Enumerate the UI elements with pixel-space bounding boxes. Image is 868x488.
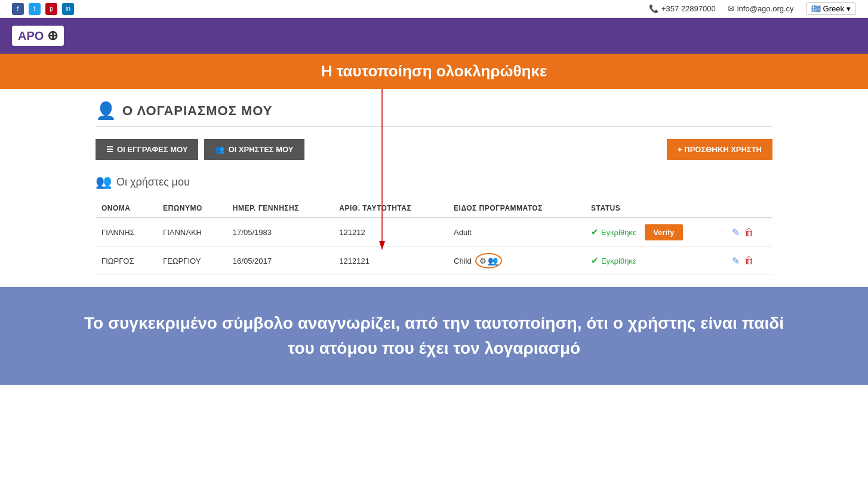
cell-surname: ΓΕΩΡΓΙΟΥ [157,247,227,275]
cell-program: Child ⚙ 👥 [448,247,585,275]
list-icon: ☰ [106,145,113,154]
cell-dob: 16/05/2017 [227,247,334,275]
col-dob: ΗΜΕΡ. ΓΕΝΝΗΣΗΣ [227,199,334,218]
logo-icon: ⊕ [47,28,58,44]
main-content: 👤 Ο ΛΟΓΑΡΙΑΣΜΟΣ ΜΟΥ ☰ ΟΙ ΕΓΓΡΑΦΕΣ ΜΟΥ 👥 … [0,89,868,287]
chevron-down-icon: ▾ [847,4,851,13]
notification-text: Η ταυτοποίηση ολοκληρώθηκε [321,62,547,80]
users-icon: 👥 [215,145,224,154]
cell-actions: ✎ 🗑 [726,247,772,275]
page-title-area: 👤 Ο ΛΟΓΑΡΙΑΣΜΟΣ ΜΟΥ [96,101,772,121]
my-entries-button[interactable]: ☰ ΟΙ ΕΓΓΡΑΦΕΣ ΜΟΥ [96,139,198,160]
child-cell: Child ⚙ 👥 [454,253,579,268]
logo-text: APO [18,29,44,43]
cell-id: 121212 [333,218,448,247]
section-title: 👥 Οι χρήστες μου [96,174,772,190]
email-address: info@ago.org.cy [737,4,794,13]
table-row: ΓΙΑΝΝΗΣ ΓΙΑΝΝΑΚΗ 17/05/1983 121212 Adult… [96,218,772,247]
edit-icon[interactable]: ✎ [732,227,740,238]
action-icons: ✎ 🗑 [732,255,767,267]
col-actions [726,199,772,218]
phone-number: +357 22897000 [661,4,716,13]
cell-surname: ΓΙΑΝΝΑΚΗ [157,218,227,247]
delete-icon[interactable]: 🗑 [744,227,754,238]
footer-space [0,385,868,438]
col-id: ΑΡΙΘ. ΤΑΥΤΟΤΗΤΑΣ [333,199,448,218]
linkedin-icon[interactable]: in [62,3,74,15]
col-status: STATUS [585,199,726,218]
child-label: Child [454,257,472,265]
users-section-icon: 👥 [96,174,112,190]
status-text: Εγκρίθηκε [601,257,636,265]
phone-icon: 📞 [649,4,658,13]
status-badge: ✔ Εγκρίθηκε [591,255,636,266]
toolbar-left: ☰ ΟΙ ΕΓΓΡΑΦΕΣ ΜΟΥ 👥 ΟΙ ΧΡΗΣΤΕΣ ΜΟΥ [96,139,304,160]
facebook-icon[interactable]: f [12,3,24,15]
cell-name: ΓΙΑΝΝΗΣ [96,218,157,247]
edit-icon[interactable]: ✎ [732,255,740,267]
email-icon: ✉ [728,4,734,13]
email-info: ✉ info@ago.org.cy [728,4,794,13]
col-name: ΟΝΟΜΑ [96,199,157,218]
col-program: ΕΙΔΟΣ ΠΡΟΓΡΑΜΜΑΤΟΣ [448,199,585,218]
toolbar: ☰ ΟΙ ΕΓΓΡΑΦΕΣ ΜΟΥ 👥 ΟΙ ΧΡΗΣΤΕΣ ΜΟΥ + ΠΡΟ… [96,139,772,160]
action-icons: ✎ 🗑 [732,227,767,238]
my-users-button[interactable]: 👥 ΟΙ ΧΡΗΣΤΕΣ ΜΟΥ [204,139,304,160]
cell-status: ✔ Εγκρίθηκε [585,247,726,275]
status-badge: ✔ Εγκρίθηκε [591,227,636,237]
cell-name: ΓΙΩΡΓΟΣ [96,247,157,275]
people-icon: 👥 [488,256,498,265]
table-row: ΓΙΩΡΓΟΣ ΓΕΩΡΓΙΟΥ 16/05/2017 1212121 Chil… [96,247,772,275]
section-title-text: Οι χρήστες μου [116,176,190,189]
cell-status: ✔ Εγκρίθηκε Verify [585,218,726,247]
purple-header: APO ⊕ [0,18,868,54]
twitter-icon[interactable]: t [29,3,41,15]
pinterest-icon[interactable]: p [45,3,57,15]
flag-icon: 🇬🇷 [811,4,821,13]
phone-info: 📞 +357 22897000 [649,4,716,13]
cell-dob: 17/05/1983 [227,218,334,247]
page-title: Ο ΛΟΓΑΡΙΑΣΜΟΣ ΜΟΥ [122,103,272,119]
check-icon: ✔ [591,227,599,237]
gear-icon: ⚙ [479,257,487,265]
top-right-bar: 📞 +357 22897000 ✉ info@ago.org.cy 🇬🇷 Gre… [649,2,856,15]
cell-id: 1212121 [333,247,448,275]
add-user-button[interactable]: + ΠΡΟΣΘΗΚΗ ΧΡΗΣΤΗ [667,139,772,160]
annotation-text: Το συγκεκριμένο σύμβολο αναγνωρίζει, από… [72,311,796,361]
top-bar: f t p in 📞 +357 22897000 ✉ info@ago.org.… [0,0,868,18]
check-icon: ✔ [591,255,599,266]
users-table: ΟΝΟΜΑ ΕΠΩΝΥΜΟ ΗΜΕΡ. ΓΕΝΝΗΣΗΣ ΑΡΙΘ. ΤΑΥΤΟ… [96,199,772,275]
cell-actions: ✎ 🗑 [726,218,772,247]
verify-button[interactable]: Verify [645,224,682,240]
delete-icon[interactable]: 🗑 [744,255,754,266]
status-text: Εγκρίθηκε [601,228,636,237]
notification-bar: Η ταυτοποίηση ολοκληρώθηκε [0,54,868,89]
language-label: Greek [823,4,844,13]
cell-program: Adult [448,218,585,247]
social-icons: f t p in [12,3,74,15]
logo-area: APO ⊕ [12,26,64,46]
child-relationship-icon: ⚙ 👥 [475,253,502,268]
language-selector[interactable]: 🇬🇷 Greek ▾ [806,2,856,15]
divider [96,126,772,127]
account-icon: 👤 [96,101,116,121]
bottom-overlay: Το συγκεκριμένο σύμβολο αναγνωρίζει, από… [0,287,868,385]
col-surname: ΕΠΩΝΥΜΟ [157,199,227,218]
